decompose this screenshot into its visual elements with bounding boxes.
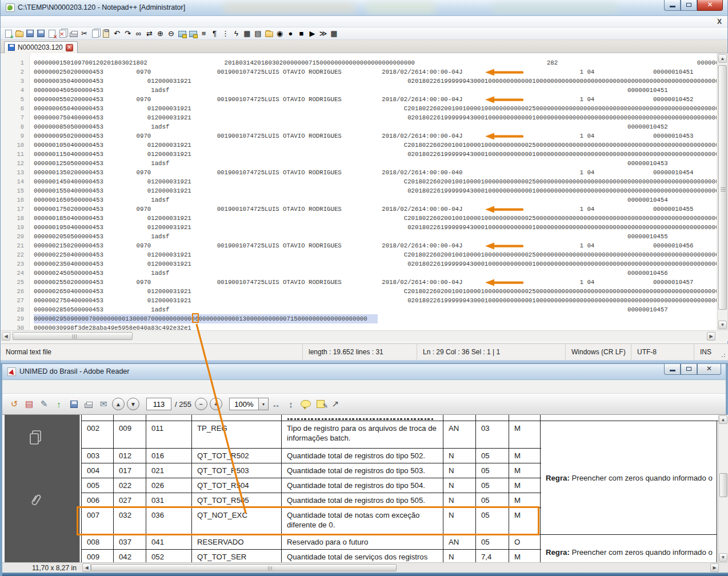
annotation-button[interactable]: ↗ [328, 397, 343, 411]
toolbar-icon[interactable]: + [3, 29, 14, 39]
toolbar-icon[interactable] [101, 29, 111, 39]
maximize-button[interactable] [681, 0, 697, 11]
vertical-scroll-thumb[interactable] [719, 473, 727, 497]
toolbar-icon[interactable]: ↶ [111, 29, 122, 39]
fit-view-button[interactable]: ↕ [283, 397, 298, 411]
toolbar-icon[interactable] [68, 29, 79, 39]
menu-item[interactable] [12, 21, 21, 22]
toolbar-icon[interactable]: ϟ [231, 29, 242, 39]
toolbar-icon[interactable]: ⊕ [155, 29, 166, 39]
toolbar-icon[interactable] [187, 29, 198, 39]
attachments-paperclip-icon[interactable] [29, 493, 43, 510]
toolbar-icon[interactable] [66, 397, 81, 411]
menu-item[interactable] [58, 21, 67, 22]
toolbar-icon[interactable]: ▶ [307, 29, 318, 39]
scroll-left-icon[interactable]: ◀ [82, 563, 91, 572]
scroll-right-icon[interactable]: ▶ [707, 332, 715, 341]
menu-item[interactable] [49, 21, 58, 22]
menu-item[interactable] [94, 21, 103, 22]
menu-item[interactable] [39, 21, 49, 22]
scroll-right-icon[interactable]: ▶ [710, 563, 719, 572]
scroll-down-icon[interactable]: ▼ [719, 553, 727, 562]
toolbar-icon[interactable]: ▦ [242, 29, 253, 39]
toolbar-icon[interactable] [25, 29, 35, 39]
vertical-scrollbar[interactable]: ▲ ▼ [717, 53, 728, 330]
toolbar-icon[interactable]: ⊖ [166, 29, 177, 39]
toolbar-icon[interactable]: ✂ [79, 29, 90, 39]
toolbar-icon[interactable]: ↑ [51, 397, 66, 411]
menu-item[interactable] [30, 21, 39, 22]
aero-glass-blur [366, 2, 435, 14]
toolbar-icon[interactable]: ↷ [122, 29, 133, 39]
restore-button[interactable] [681, 364, 697, 375]
menu-item[interactable] [103, 21, 113, 22]
toolbar-icon[interactable]: × [46, 29, 57, 39]
toolbar-icon[interactable]: ≡ [198, 29, 209, 39]
page-thumbnails-icon[interactable] [29, 430, 43, 446]
zoom-button[interactable]: − [194, 397, 209, 411]
menu-item[interactable] [5, 386, 14, 387]
page-nav-button[interactable]: ▲ [111, 397, 126, 411]
fit-view-button[interactable]: ↔ [269, 397, 283, 411]
menu-item[interactable] [113, 21, 122, 22]
toolbar-icon[interactable] [81, 397, 96, 411]
toolbar-icon[interactable]: ● [285, 29, 296, 39]
minimize-button[interactable] [664, 0, 681, 11]
page-number-input[interactable] [146, 398, 171, 410]
toolbar-icon[interactable] [35, 29, 46, 39]
menu-item[interactable] [85, 21, 94, 22]
text-editor-area[interactable]: 1 0000000150109700120201803021802 201803… [1, 53, 717, 330]
toolbar-icon[interactable]: ↺ [7, 397, 22, 411]
toolbar-icon[interactable] [90, 29, 101, 39]
close-document-x[interactable]: X [717, 18, 722, 26]
menu-item[interactable] [3, 21, 12, 22]
table-row: 002 009 011 TP_REG Tipo de registro para… [82, 421, 541, 449]
menu-item[interactable] [32, 386, 41, 387]
toolbar-icon[interactable]: ■ [296, 29, 307, 39]
annotation-button[interactable] [313, 397, 328, 411]
menu-item[interactable] [23, 386, 32, 387]
menu-item[interactable] [41, 386, 50, 387]
toolbar-icon[interactable]: ▤ [253, 29, 263, 39]
toolbar-icon[interactable]: ¶ [209, 29, 220, 39]
toolbar-icon[interactable]: ▦ [329, 29, 339, 39]
close-button[interactable]: ✕ [697, 364, 721, 375]
toolbar-icon[interactable]: ✎ [37, 397, 51, 411]
vertical-scroll-thumb[interactable] [718, 65, 727, 310]
close-button[interactable]: ✕ [697, 0, 723, 11]
toolbar-icon[interactable]: ✉ [96, 397, 111, 411]
tab-close-icon[interactable]: ✕ [66, 44, 73, 51]
menu-item[interactable] [67, 21, 76, 22]
horizontal-scroll-thumb[interactable] [13, 332, 133, 340]
cell-type: N [443, 550, 476, 562]
minimize-button[interactable] [664, 364, 681, 375]
scroll-down-icon[interactable]: ▼ [718, 321, 727, 329]
cell-seq: 008 [82, 535, 114, 549]
zoom-button[interactable]: + [209, 397, 223, 411]
toolbar-icon[interactable]: ▤ [22, 397, 37, 411]
menu-item[interactable] [14, 386, 23, 387]
horizontal-scrollbar[interactable]: ◀ ▶ [1, 330, 717, 341]
toolbar-icon[interactable]: ≫ [318, 29, 329, 39]
chevron-down-icon[interactable]: ▼ [259, 398, 269, 410]
toolbar-icon[interactable]: × [57, 29, 68, 39]
zoom-level-select[interactable]: 100% ▼ [229, 398, 269, 410]
cell-description: Quantidade total de registros do tipo 50… [282, 493, 443, 507]
page-nav-button[interactable]: ▼ [126, 397, 141, 411]
toolbar-icon[interactable]: ◉ [274, 29, 285, 39]
annotation-button[interactable] [298, 397, 313, 411]
toolbar-icon[interactable]: ⇄ [144, 29, 155, 39]
scroll-up-icon[interactable]: ▲ [718, 54, 727, 63]
menu-item[interactable] [21, 21, 30, 22]
horizontal-scroll-thumb[interactable] [91, 564, 397, 571]
toolbar-icon[interactable] [14, 29, 25, 39]
scroll-left-icon[interactable]: ◀ [2, 332, 10, 341]
menu-item[interactable] [76, 21, 85, 22]
toolbar-icon[interactable]: ⋮ [220, 29, 231, 39]
pdf-vertical-scrollbar[interactable]: ▲ ▼ [718, 415, 728, 562]
toolbar-icon[interactable]: ∞ [133, 29, 144, 39]
toolbar-icon[interactable] [177, 29, 187, 39]
scroll-up-icon[interactable]: ▲ [719, 415, 727, 424]
toolbar-icon[interactable] [263, 29, 274, 39]
tab-n0000203[interactable]: N0000203.120 ✕ [4, 41, 78, 53]
